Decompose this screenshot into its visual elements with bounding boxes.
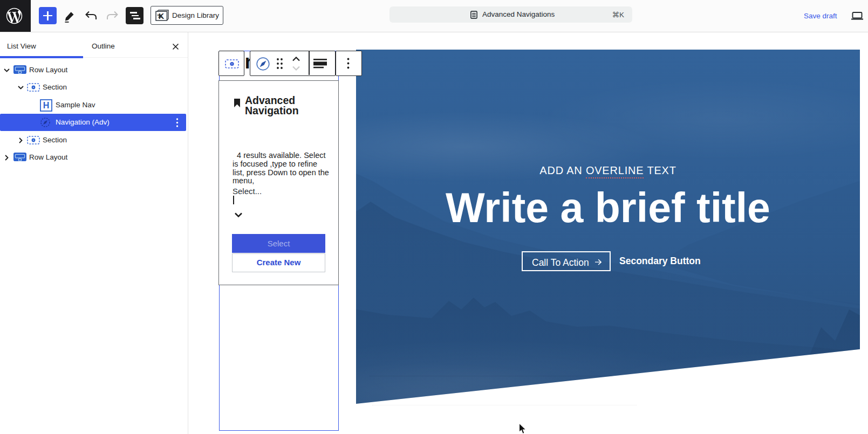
svg-text:H: H bbox=[43, 101, 50, 110]
svg-text:K: K bbox=[159, 12, 165, 20]
